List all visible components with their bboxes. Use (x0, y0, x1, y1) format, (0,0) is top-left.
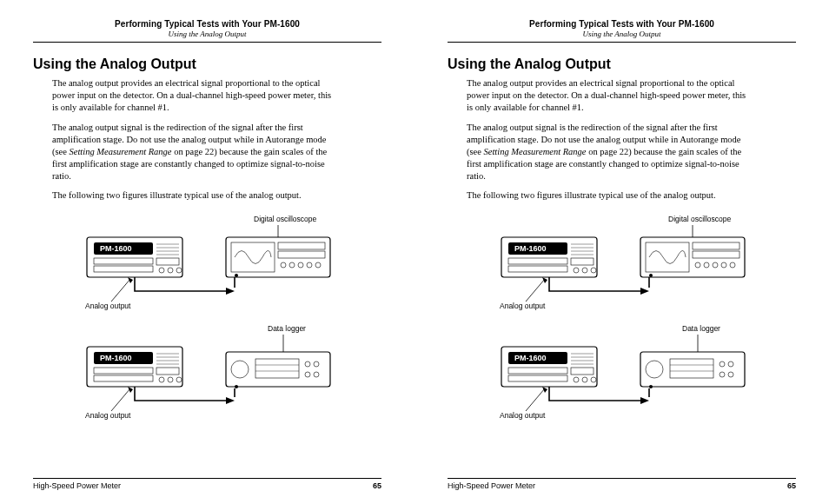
svg-point-19 (307, 262, 312, 268)
svg-point-89 (720, 361, 725, 367)
figure1-svg: PM-1600 (467, 216, 779, 321)
svg-rect-62 (693, 242, 739, 249)
datalogger-device-icon (226, 352, 330, 388)
page-footer: High-Speed Power Meter 65 (33, 478, 381, 490)
svg-rect-75 (508, 375, 567, 381)
svg-point-59 (591, 268, 596, 273)
svg-point-43 (305, 372, 310, 377)
svg-rect-61 (646, 242, 689, 272)
svg-point-85 (646, 361, 663, 378)
svg-marker-47 (128, 387, 133, 393)
figure-2: Data logger Analog output PM-1600 (52, 326, 381, 430)
svg-marker-22 (226, 288, 235, 295)
oscilloscope-device-icon (640, 237, 745, 277)
svg-rect-32 (156, 368, 179, 375)
running-subheader: Using the Analog Output (448, 30, 796, 43)
svg-point-57 (574, 268, 579, 273)
svg-point-9 (159, 268, 164, 273)
svg-point-16 (281, 262, 286, 268)
svg-rect-26 (94, 368, 153, 374)
svg-marker-46 (226, 397, 235, 404)
svg-point-37 (231, 361, 249, 378)
figure-1: Digital oscilloscope Analog output PM-16… (52, 216, 381, 321)
svg-marker-95 (542, 387, 547, 393)
page-right: Performing Typical Tests with Your PM-16… (414, 0, 829, 504)
svg-point-10 (168, 268, 173, 273)
svg-point-64 (695, 262, 700, 268)
page-footer: High-Speed Power Meter 65 (448, 478, 796, 490)
svg-point-34 (168, 377, 173, 382)
svg-point-18 (298, 262, 303, 268)
page-left: Performing Typical Tests with Your PM-16… (0, 0, 414, 504)
svg-point-44 (314, 372, 319, 377)
datalogger-device-icon (640, 352, 745, 388)
para2-ital: Setting Measurement Range (484, 147, 587, 156)
pm1600-label: PM-1600 (100, 244, 132, 253)
footer-pagenum: 65 (373, 481, 381, 490)
figure-2: Data logger Analog output PM-1600 (467, 326, 796, 430)
svg-rect-14 (278, 242, 325, 249)
svg-point-69 (649, 274, 653, 277)
pm1600-device-icon: PM-1600 (87, 347, 182, 387)
svg-point-82 (582, 377, 587, 382)
svg-rect-56 (571, 258, 594, 265)
figure1-svg: PM-1600 (52, 216, 365, 321)
body-para-1: The analog output provides an electrical… (467, 77, 753, 115)
svg-point-58 (582, 268, 587, 273)
svg-point-33 (159, 377, 164, 382)
svg-point-21 (235, 274, 238, 277)
svg-rect-38 (255, 359, 299, 378)
svg-rect-51 (508, 266, 567, 272)
svg-rect-3 (94, 266, 153, 272)
pm1600-label: PM-1600 (100, 354, 132, 362)
svg-point-68 (730, 262, 735, 268)
svg-marker-70 (640, 288, 649, 295)
svg-point-83 (591, 377, 596, 382)
svg-rect-15 (278, 251, 325, 258)
footer-pagenum: 65 (787, 481, 796, 490)
body-para-3: The following two figures illustrate typ… (52, 189, 339, 202)
svg-rect-86 (670, 359, 713, 378)
svg-rect-2 (94, 258, 153, 264)
svg-point-92 (728, 372, 733, 377)
body-para-1: The analog output provides an electrical… (52, 77, 339, 115)
svg-rect-50 (508, 258, 567, 264)
svg-rect-74 (508, 368, 567, 374)
svg-marker-94 (640, 397, 649, 404)
running-subheader: Using the Analog Output (33, 30, 381, 43)
svg-point-67 (721, 262, 726, 268)
svg-point-66 (713, 262, 718, 268)
figure2-svg: PM-1600 (467, 326, 779, 430)
section-title: Using the Analog Output (448, 56, 796, 72)
body-para-2: The analog output signal is the redirect… (467, 122, 753, 183)
svg-point-45 (235, 385, 238, 388)
body-para-2: The analog output signal is the redirect… (52, 122, 339, 183)
pm1600-device-icon: PM-1600 (87, 237, 182, 277)
running-header: Performing Typical Tests with Your PM-16… (448, 19, 796, 29)
svg-point-41 (305, 361, 310, 367)
svg-rect-80 (571, 368, 594, 375)
footer-left: High-Speed Power Meter (448, 481, 535, 490)
svg-rect-63 (693, 251, 739, 258)
svg-marker-71 (542, 277, 547, 283)
pm1600-device-icon: PM-1600 (501, 347, 597, 387)
svg-rect-8 (156, 258, 179, 265)
svg-rect-13 (231, 242, 275, 272)
svg-point-93 (649, 385, 653, 388)
svg-point-20 (315, 262, 321, 268)
pm1600-label: PM-1600 (514, 354, 547, 362)
para2-ital: Setting Measurement Range (70, 147, 172, 156)
svg-point-91 (720, 372, 725, 377)
pm1600-label: PM-1600 (514, 244, 547, 253)
svg-point-17 (289, 262, 295, 268)
footer-left: High-Speed Power Meter (33, 481, 121, 490)
svg-point-11 (176, 268, 182, 273)
figure-1: Digital oscilloscope Analog output PM-16… (467, 216, 796, 321)
svg-point-65 (704, 262, 709, 268)
svg-point-81 (574, 377, 579, 382)
section-title: Using the Analog Output (33, 56, 381, 72)
svg-point-90 (728, 361, 733, 367)
running-header: Performing Typical Tests with Your PM-16… (33, 19, 381, 29)
figure2-svg: PM-1600 (52, 326, 365, 430)
body-para-3: The following two figures illustrate typ… (467, 189, 753, 202)
